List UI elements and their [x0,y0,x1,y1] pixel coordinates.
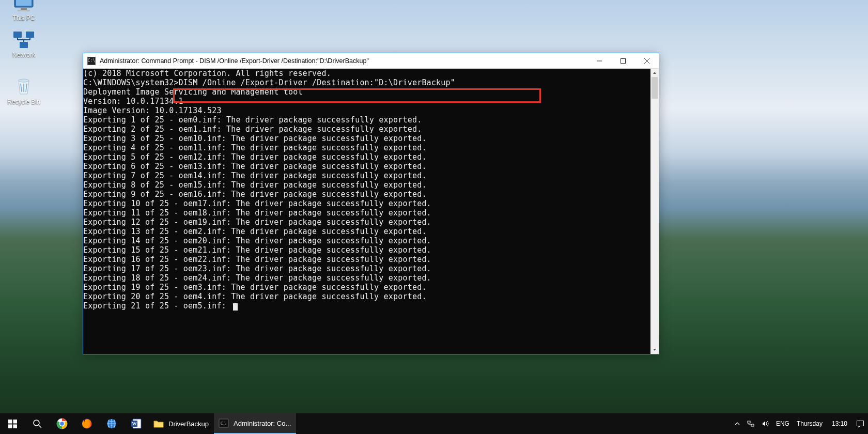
computer-icon [11,0,36,13]
taskbar-app-firefox[interactable] [74,413,99,434]
taskbar-app-explorer[interactable]: DriverBackup [149,413,214,434]
desktop-icon-label: Network [3,51,44,58]
taskbar-app-edge[interactable] [99,413,124,434]
console-output[interactable]: (c) 2018 Microsoft Corporation. All righ… [83,69,659,354]
taskbar-app-label: DriverBackup [168,420,209,428]
svg-rect-9 [8,420,12,424]
svg-text:W: W [132,421,137,426]
folder-icon [153,418,164,429]
taskbar-clock[interactable]: 13:10 [827,420,853,427]
network-tray-icon[interactable] [747,420,754,427]
svg-text:C:\: C:\ [221,421,226,426]
scroll-track[interactable] [650,77,659,346]
system-tray[interactable]: ENG Thursday [731,420,827,427]
svg-rect-2 [21,8,27,10]
windows-icon [8,420,17,428]
scroll-up-button[interactable] [650,69,659,77]
taskbar-app-cmd[interactable]: C:\ Administrator: Co... [214,413,296,434]
volume-icon[interactable] [762,420,769,427]
svg-rect-3 [18,10,30,11]
window-titlebar[interactable]: C:\ Administrator: Command Prompt - DISM… [83,53,659,69]
start-button[interactable] [0,413,25,434]
desktop-icon-recycle-bin[interactable]: Recycle Bin [3,76,44,105]
minimize-button[interactable] [587,53,611,69]
svg-rect-6 [20,42,28,48]
word-icon: W [131,418,142,429]
close-button[interactable] [635,53,659,69]
firefox-icon [81,418,92,429]
cmd-icon: C:\ [218,417,229,429]
notifications-button[interactable] [853,413,868,434]
command-prompt-window[interactable]: C:\ Administrator: Command Prompt - DISM… [83,53,659,354]
taskbar-app-word[interactable]: W [124,413,149,434]
taskbar[interactable]: W DriverBackup C:\ Administrator: Co... … [0,413,868,434]
maximize-button[interactable] [611,53,635,69]
svg-point-13 [34,420,39,426]
scroll-down-button[interactable] [650,346,659,354]
clock-time: 13:10 [832,420,847,427]
globe-icon [106,418,117,429]
svg-rect-4 [13,32,22,38]
taskbar-app-label: Administrator: Co... [234,420,291,427]
svg-point-16 [60,422,65,426]
svg-rect-26 [857,421,864,426]
cmd-icon: C:\ [87,57,96,65]
svg-point-7 [19,79,29,82]
svg-rect-5 [26,32,34,38]
recycle-bin-icon [11,76,36,97]
notification-icon [856,420,864,428]
scroll-thumb[interactable] [652,77,658,99]
svg-rect-25 [751,424,754,426]
svg-rect-8 [621,58,626,63]
desktop-icon-label: Recycle Bin [3,98,44,105]
search-icon [33,419,42,428]
chevron-up-icon[interactable] [735,421,740,426]
svg-rect-11 [8,424,12,428]
taskbar-app-chrome[interactable] [50,413,74,434]
tray-day[interactable]: Thursday [797,420,823,427]
window-title: Administrator: Command Prompt - DISM /On… [100,57,587,65]
console-scrollbar[interactable] [650,69,659,354]
search-button[interactable] [25,413,50,434]
desktop-icon-label: This PC [3,14,44,22]
desktop-icon-this-pc[interactable]: This PC [3,0,44,22]
network-icon [11,29,36,50]
chrome-icon [56,418,68,429]
svg-rect-12 [13,424,17,428]
tray-lang[interactable]: ENG [776,420,789,427]
svg-rect-10 [13,420,17,424]
desktop-icon-network[interactable]: Network [3,29,44,58]
svg-rect-1 [16,0,32,6]
svg-rect-24 [748,421,750,423]
